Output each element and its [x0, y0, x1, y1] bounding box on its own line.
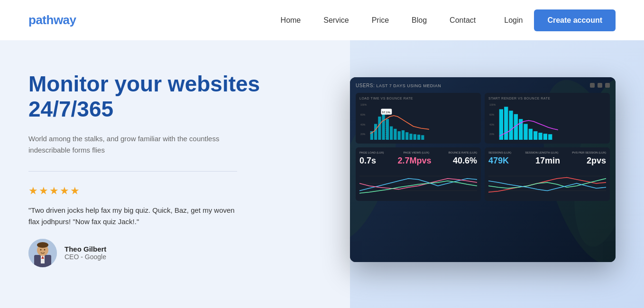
author-role: CEO - Google: [64, 253, 106, 261]
svg-point-6: [40, 249, 42, 250]
chart1-title: LOAD TIME VS BOUNCE RATE: [359, 97, 477, 100]
hero-section: Monitor your websites 24/7/365 World amo…: [0, 40, 644, 308]
svg-rect-44: [538, 133, 542, 140]
svg-rect-27: [417, 135, 420, 140]
svg-text:20%: 20%: [489, 133, 495, 136]
stat-label-sessions: Sessions (LUX): [488, 151, 511, 154]
stat-label-bounce: Bounce Rate (LUX): [449, 151, 477, 154]
svg-text:60%: 60%: [489, 113, 495, 116]
stat-sessions-val: 479K: [488, 156, 509, 166]
svg-rect-22: [398, 131, 401, 139]
svg-rect-25: [409, 134, 412, 140]
svg-text:100%: 100%: [360, 103, 367, 106]
svg-text:100%: 100%: [489, 103, 496, 106]
svg-rect-45: [543, 134, 547, 140]
nav-home[interactable]: Home: [281, 16, 301, 24]
svg-rect-46: [548, 134, 552, 140]
svg-point-5: [37, 242, 48, 248]
svg-rect-18: [382, 111, 385, 139]
svg-rect-43: [534, 131, 537, 139]
chart-load-time: LOAD TIME VS BOUNCE RATE 100% 60% 40% 20…: [356, 93, 481, 144]
svg-point-7: [44, 249, 46, 250]
stat-label-views: Page Views (LUX): [403, 151, 429, 154]
stats-bottom: Page Load (LUX) Page Views (LUX) Bounce …: [356, 147, 610, 201]
mini-chart-pageviews: [359, 169, 477, 197]
stat-label-pvs: PVs Per Session (LUX): [572, 151, 606, 154]
chart-start-render: START RENDER VS BOUNCE RATE 100% 60% 40%…: [485, 93, 610, 144]
svg-rect-37: [504, 107, 508, 140]
chart2-area: 100% 60% 40% 20%: [488, 102, 606, 140]
svg-rect-24: [405, 132, 408, 140]
chart1-area: 100% 60% 40% 20%: [359, 102, 477, 140]
hero-image: USERS: LAST 7 DAYS USING MEDIAN LOAD TIM…: [275, 77, 616, 262]
stat-sessions: Sessions (LUX) Session Length (LUX) PVs …: [485, 147, 610, 201]
stat-row-labels: Page Load (LUX) Page Views (LUX) Bounce …: [359, 151, 477, 154]
author-name: Theo Gilbert: [64, 245, 106, 253]
nav-links: Home Service Price Blog Contact: [281, 16, 476, 25]
svg-rect-42: [529, 128, 533, 139]
dashboard-header: USERS: LAST 7 DAYS USING MEDIAN: [356, 83, 610, 88]
mini-chart-sessions: [488, 169, 606, 197]
svg-rect-38: [509, 110, 513, 139]
svg-rect-26: [414, 134, 416, 140]
svg-rect-20: [390, 126, 393, 139]
nav-service[interactable]: Service: [323, 16, 349, 24]
nav-actions: Login Create account: [504, 9, 616, 31]
stat-label-load: Page Load (LUX): [359, 151, 384, 154]
testimonial-author: Theo Gilbert CEO - Google: [28, 239, 275, 267]
svg-text:40%: 40%: [489, 123, 495, 126]
hero-content: Monitor your websites 24/7/365 World amo…: [28, 72, 275, 267]
nav-blog[interactable]: Blog: [412, 16, 427, 24]
stat-page-views-val: 2.7Mpvs: [397, 156, 431, 166]
dash-dot-3: [605, 83, 610, 88]
hero-subtitle: World among the stalks, and grow familia…: [28, 133, 228, 156]
stat-page-views: Page Load (LUX) Page Views (LUX) Bounce …: [356, 147, 481, 201]
stat-pvs: 2pvs: [587, 156, 606, 166]
dash-dot-2: [598, 83, 602, 88]
svg-text:20%: 20%: [360, 133, 366, 136]
svg-rect-19: [386, 119, 389, 140]
login-button[interactable]: Login: [504, 16, 523, 25]
chart2-title: START RENDER VS BOUNCE RATE: [488, 97, 606, 100]
testimonial-text: "Two driven jocks help fax my big quiz. …: [28, 205, 237, 227]
svg-rect-28: [421, 135, 424, 140]
avatar: [28, 239, 57, 267]
hero-divider: [28, 171, 237, 172]
session-labels-row: Sessions (LUX) Session Length (LUX) PVs …: [488, 151, 606, 154]
stat-bounce-rate: 40.6%: [453, 156, 477, 166]
nav-price[interactable]: Price: [372, 16, 389, 24]
svg-rect-17: [378, 116, 381, 139]
svg-text:57.1%: 57.1%: [382, 110, 391, 113]
stat-load-time: 0.7s: [359, 156, 376, 166]
session-values-row: 479K 17min 2pvs: [488, 156, 606, 166]
svg-rect-41: [524, 124, 527, 140]
dash-dot-1: [590, 83, 595, 88]
author-info: Theo Gilbert CEO - Google: [64, 245, 106, 261]
stat-label-length: Session Length (LUX): [525, 151, 558, 154]
stat-values-row: 0.7s 2.7Mpvs 40.6%: [359, 156, 477, 166]
svg-text:40%: 40%: [360, 123, 366, 126]
svg-rect-16: [374, 124, 377, 140]
svg-text:60%: 60%: [360, 113, 366, 116]
dashboard-inner: USERS: LAST 7 DAYS USING MEDIAN LOAD TIM…: [350, 77, 616, 262]
stat-session-length: 17min: [535, 156, 560, 166]
navbar: pathway Home Service Price Blog Contact …: [0, 0, 644, 40]
dashboard-title: USERS: LAST 7 DAYS USING MEDIAN: [356, 83, 441, 88]
create-account-button[interactable]: Create account: [534, 9, 616, 31]
dashboard-controls: [590, 83, 610, 88]
star-rating: ★★★★★: [28, 185, 275, 197]
nav-contact[interactable]: Contact: [450, 16, 476, 24]
dashboard-mockup: USERS: LAST 7 DAYS USING MEDIAN LOAD TIM…: [350, 77, 616, 262]
brand-logo[interactable]: pathway: [28, 13, 76, 27]
charts-top: LOAD TIME VS BOUNCE RATE 100% 60% 40% 20…: [356, 93, 610, 144]
hero-title: Monitor your websites 24/7/365: [28, 72, 275, 122]
svg-rect-21: [394, 128, 396, 139]
svg-rect-23: [402, 130, 405, 139]
